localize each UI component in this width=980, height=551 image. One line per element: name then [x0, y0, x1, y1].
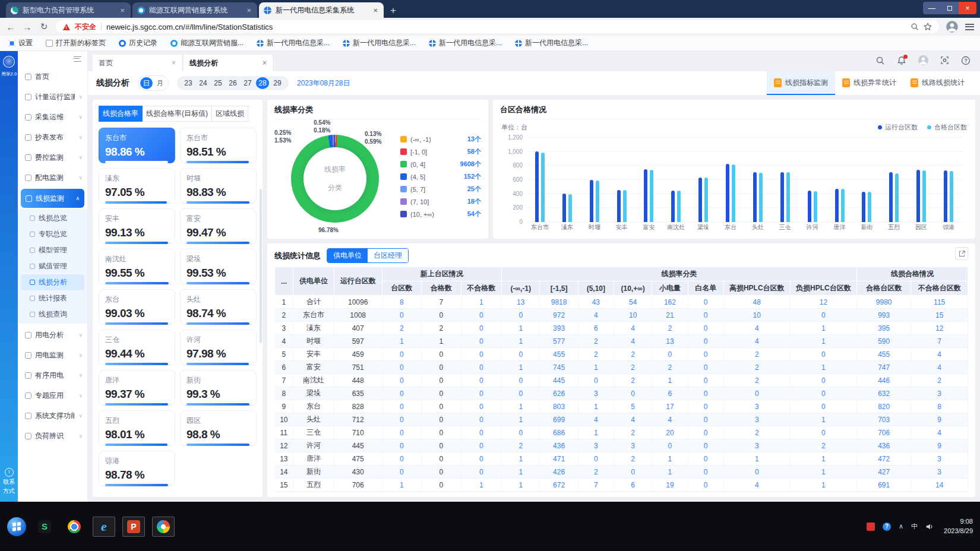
search-icon[interactable]	[875, 56, 885, 65]
tab-close-icon[interactable]: ×	[119, 6, 126, 15]
bookmark-item[interactable]: 打开新的标签页	[46, 38, 106, 48]
sidebar-item[interactable]: 采集运维∨	[18, 107, 87, 127]
bar-group[interactable]: 新街	[853, 138, 881, 222]
table-row[interactable]: 13唐洋47500014710210114723	[275, 452, 968, 466]
sidebar-subitem[interactable]: 线损查询	[18, 306, 87, 322]
window-maximize-button[interactable]	[941, 2, 959, 14]
browser-tab[interactable]: 新一代用电信息采集系统×	[259, 2, 384, 18]
bookmark-item[interactable]: 新一代用电信息采...	[515, 38, 588, 48]
sidebar-item[interactable]: 用电分析∨	[18, 325, 87, 345]
pass-rate-card[interactable]: 园区98.8 %	[180, 410, 257, 446]
report-tab-button[interactable]: 线损指标监测	[767, 71, 835, 95]
sidebar-subitem[interactable]: 赋值管理	[18, 258, 87, 274]
window-close-button[interactable]: ×	[959, 2, 976, 14]
bar-group[interactable]: 东台市	[526, 138, 554, 222]
pass-rate-tab[interactable]: 线损合格率(目标值)	[143, 106, 212, 122]
table-row[interactable]: 8梁垛63500006263060006323	[275, 387, 968, 400]
taskbar-seewo-icon[interactable]: S	[33, 517, 56, 537]
bookmark-star-icon[interactable]	[924, 23, 932, 31]
table-row[interactable]: 10头灶71200016994440317039	[275, 413, 968, 426]
bookmark-item[interactable]: 新一代用电信息采...	[429, 38, 502, 48]
pass-rate-card[interactable]: 新街99.3 %	[180, 370, 257, 406]
browser-tab[interactable]: 新型电力负荷管理系统×	[6, 2, 131, 18]
pass-rate-card[interactable]: 东台市98.86 %	[99, 128, 175, 163]
sidebar-subitem[interactable]: 线损分析	[21, 274, 84, 290]
day-option[interactable]: 23	[182, 77, 195, 89]
sidebar-item[interactable]: 专题应用∨	[18, 385, 87, 406]
back-icon[interactable]: ←	[6, 22, 15, 32]
browser-tab[interactable]: 能源互联网营销服务系统×	[132, 2, 257, 18]
report-tab-button[interactable]: 线路线损统计	[903, 71, 972, 95]
table-row[interactable]: 9东台828000180315170308208	[275, 400, 968, 413]
user-avatar[interactable]	[918, 55, 928, 65]
bar-group[interactable]: 弶港	[935, 138, 962, 222]
pass-rate-tab[interactable]: 线损合格率	[99, 106, 143, 122]
pass-rate-card[interactable]: 安丰99.13 %	[99, 208, 175, 244]
table-row[interactable]: 12许河44500024363300324369	[275, 439, 968, 452]
pie-legend-row[interactable]: (-∞, -1)13个	[400, 135, 481, 144]
tray-help-icon[interactable]: ?	[883, 522, 891, 531]
start-button[interactable]	[7, 517, 26, 536]
pass-rate-card[interactable]: 时堰98.83 %	[180, 168, 257, 204]
contact-button[interactable]: 联系 方式	[3, 468, 15, 495]
page-tab[interactable]: 首页×	[93, 55, 182, 71]
tab-close-icon[interactable]: ×	[245, 6, 252, 15]
notification-bell-icon[interactable]	[897, 56, 906, 65]
browser-profile-avatar[interactable]	[946, 21, 958, 33]
bar-group[interactable]: 南沈灶	[662, 138, 690, 222]
bar-group[interactable]: 安丰	[608, 138, 636, 222]
tray-expand-icon[interactable]: ∧	[899, 522, 903, 530]
table-row[interactable]: 16园区747440371424240437389	[275, 492, 968, 493]
table-row[interactable]: 15五烈7061011672761904169114	[275, 479, 968, 492]
taskbar-chrome-icon[interactable]	[63, 517, 86, 537]
pass-rate-card[interactable]: 南沈灶99.55 %	[99, 249, 175, 284]
refresh-icon[interactable]: ↻	[39, 21, 49, 32]
taskbar-clock[interactable]: 9:08 2023/8/29	[941, 517, 973, 536]
day-option[interactable]: 26	[226, 77, 239, 89]
table-row[interactable]: 7南沈灶44800004450210204462	[275, 374, 968, 387]
pie-legend-row[interactable]: (0, 4]9608个	[400, 160, 481, 169]
day-option[interactable]: 27	[241, 77, 254, 89]
table-row[interactable]: 11三仓710000068612200207064	[275, 426, 968, 439]
pass-rate-card[interactable]: 梁垛99.53 %	[180, 249, 257, 284]
pass-rate-card[interactable]: 许河97.98 %	[180, 330, 257, 365]
day-option[interactable]: 24	[197, 77, 210, 89]
fullscreen-icon[interactable]	[940, 56, 949, 65]
pass-rate-card[interactable]: 弶港98.78 %	[99, 451, 175, 486]
sidebar-item[interactable]: 抄表发布∨	[18, 127, 87, 147]
pass-rate-tab[interactable]: 区域线损	[212, 106, 248, 122]
taskbar-paint-icon[interactable]	[152, 517, 175, 537]
pie-legend-row[interactable]: (4, 5]152个	[400, 172, 481, 181]
pass-rate-card[interactable]: 东台99.03 %	[99, 289, 175, 325]
table-row[interactable]: 5安丰45900004552200204554	[275, 348, 968, 361]
day-option[interactable]: 29	[271, 77, 284, 89]
tray-app-icon[interactable]	[867, 522, 875, 531]
page-tab-close-icon[interactable]: ×	[172, 59, 176, 67]
sidebar-subitem[interactable]: 模型管理	[18, 242, 87, 258]
bar-group[interactable]: 唐洋	[826, 138, 853, 222]
pass-rate-card[interactable]: 富安99.47 %	[180, 208, 257, 244]
pass-rate-card[interactable]: 东台市98.51 %	[180, 128, 257, 163]
sidebar-subitem[interactable]: 专职总览	[18, 226, 87, 242]
pass-rate-card[interactable]: 溱东97.05 %	[99, 168, 175, 204]
taskbar-powerpoint-icon[interactable]: P	[122, 517, 145, 537]
pass-rate-card[interactable]: 唐洋99.37 %	[99, 370, 175, 406]
bar-group[interactable]: 五烈	[880, 138, 908, 222]
page-tab[interactable]: 线损分析×	[184, 55, 273, 71]
url-bar[interactable]: ! 不安全 neweic.js.sgcc.com.cn/#/llm/line/S…	[56, 20, 939, 33]
taskbar-ie-icon[interactable]: e	[93, 517, 115, 537]
cards-scrollbar[interactable]	[260, 189, 262, 343]
report-tab-button[interactable]: 线损异常统计	[835, 71, 903, 95]
page-tab-close-icon[interactable]: ×	[263, 59, 267, 67]
mode-day-button[interactable]: 日	[140, 77, 153, 89]
zoom-icon[interactable]	[911, 23, 919, 31]
tray-volume-icon[interactable]	[925, 522, 934, 531]
day-option[interactable]: 28	[256, 77, 269, 89]
table-row[interactable]: 2东台市1008000097241021010099315	[275, 309, 968, 322]
bookmark-item[interactable]: 新一代用电信息采...	[343, 38, 416, 48]
bookmark-item[interactable]: 新一代用电信息采...	[257, 38, 330, 48]
table-row[interactable]: 6富安75100017451220217474	[275, 361, 968, 374]
export-icon[interactable]	[955, 247, 968, 260]
bar-group[interactable]: 梁垛	[690, 138, 717, 222]
sidebar-item[interactable]: 计量运行监测∨	[18, 87, 87, 107]
